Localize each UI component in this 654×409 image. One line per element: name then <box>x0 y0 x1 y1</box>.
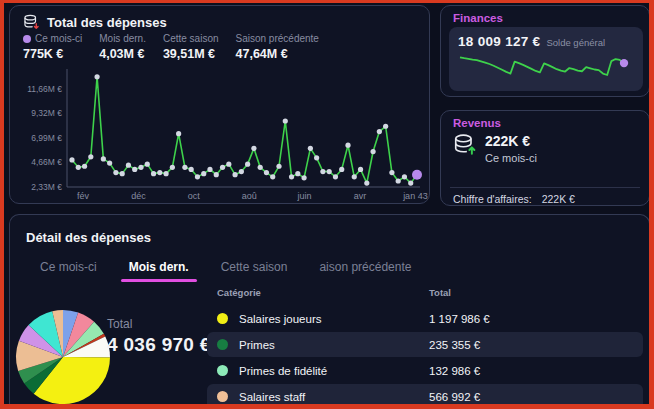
svg-text:avr: avr <box>354 191 367 201</box>
finances-card[interactable]: Finances 18 009 127 € Solde général <box>440 5 650 97</box>
expense-stat: Saison précédente47,64M € <box>236 33 319 61</box>
svg-text:oct: oct <box>188 191 201 201</box>
stat-value: 47,64M € <box>236 47 319 61</box>
table-body: Salaires joueurs1 197 986 €Primes235 355… <box>207 306 643 409</box>
col-total: Total <box>429 287 643 298</box>
table-row[interactable]: Salaires joueurs1 197 986 € <box>207 306 643 331</box>
expense-stat: Mois dern.4,03M € <box>99 33 146 61</box>
category-dot <box>217 365 228 376</box>
category-dot <box>217 391 228 402</box>
divider <box>450 187 640 188</box>
revenue-period: Ce mois-ci <box>485 152 537 164</box>
stat-label: Saison précédente <box>236 33 319 44</box>
category-dot <box>217 339 228 350</box>
stat-value: 39,51M € <box>163 47 219 61</box>
category-name: Primes <box>239 339 275 351</box>
finances-panel: 18 009 127 € Solde général <box>449 27 643 91</box>
period-tabs: Ce mois-ciMois dern.Cette saisonaison pr… <box>28 255 423 282</box>
category-total: 1 197 986 € <box>429 313 643 325</box>
expense-stat: Cette saison39,51M € <box>163 33 219 61</box>
coins-arrow-down-icon <box>23 14 40 31</box>
coins-arrow-up-icon <box>453 133 477 157</box>
category-total: 566 992 € <box>429 391 643 403</box>
stat-dot <box>23 35 31 43</box>
category-name: Salaires joueurs <box>239 313 321 325</box>
svg-text:9,32M €: 9,32M € <box>31 108 62 118</box>
tab-aison-pr-c-dente[interactable]: aison précédente <box>307 255 423 282</box>
balance-label: Solde général <box>546 37 605 48</box>
category-name: Primes de fidélité <box>239 365 327 377</box>
stat-label: Ce mois-ci <box>35 33 82 44</box>
finances-title: Finances <box>453 12 503 24</box>
revenue-amount: 222K € <box>485 133 537 149</box>
category-total: 235 355 € <box>429 339 643 351</box>
svg-text:aoû: aoû <box>242 191 257 201</box>
expenses-header: Total des dépenses <box>23 14 167 31</box>
pie-total-label: Total <box>107 317 211 331</box>
balance-value: 18 009 127 € <box>458 34 540 49</box>
col-category: Catégorie <box>217 287 261 298</box>
tab-cette-saison[interactable]: Cette saison <box>209 255 300 282</box>
expenses-line-chart[interactable]: 11,66M €9,32M €6,99M €4,66M €2,33M €févd… <box>12 61 428 203</box>
tab-ce-mois-ci[interactable]: Ce mois-ci <box>28 255 109 282</box>
table-header: Catégorie Total <box>207 287 643 306</box>
svg-text:fév: fév <box>77 191 90 201</box>
svg-text:déc: déc <box>131 191 146 201</box>
expense-detail-card: Détail des dépenses Ce mois-ciMois dern.… <box>9 214 650 409</box>
revenue-card[interactable]: Revenus 222K € Ce mois-ci Chiffre d'affa… <box>440 110 650 206</box>
table-row[interactable]: Primes235 355 € <box>207 332 643 357</box>
stat-value: 775K € <box>23 47 82 61</box>
revenue-title: Revenus <box>453 117 501 129</box>
pie-total: Total 4 036 970 € <box>107 317 211 356</box>
turnover-label: Chiffre d'affaires: <box>453 193 532 205</box>
expenses-card: Total des dépenses Ce mois-ci775K €Mois … <box>9 5 430 204</box>
balance-sparkline <box>456 53 637 87</box>
turnover-value: 222K € <box>542 193 575 205</box>
svg-text:juin: juin <box>297 191 312 201</box>
svg-text:6,99M €: 6,99M € <box>31 133 62 143</box>
tab-mois-dern-[interactable]: Mois dern. <box>117 255 201 282</box>
svg-text:11,66M €: 11,66M € <box>27 84 62 94</box>
turnover-row: Chiffre d'affaires: 222K € <box>453 193 575 205</box>
category-dot <box>217 313 228 324</box>
category-total: 132 986 € <box>429 365 643 377</box>
revenue-main: 222K € Ce mois-ci <box>453 133 537 164</box>
category-table: Catégorie Total Salaires joueurs1 197 98… <box>207 287 643 409</box>
pie-total-value: 4 036 970 € <box>107 334 211 356</box>
svg-text:jan 43: jan 43 <box>402 191 428 201</box>
svg-text:2,33M €: 2,33M € <box>31 182 62 192</box>
table-row[interactable]: Primes de fidélité132 986 € <box>207 358 643 383</box>
expenses-pie-chart[interactable] <box>12 301 118 409</box>
table-row[interactable]: Salaires staff566 992 € <box>207 384 643 409</box>
expenses-title: Total des dépenses <box>47 15 167 30</box>
detail-title: Détail des dépenses <box>26 230 151 245</box>
stat-value: 4,03M € <box>99 47 146 61</box>
expenses-stats: Ce mois-ci775K €Mois dern.4,03M €Cette s… <box>23 33 319 61</box>
stat-label: Mois dern. <box>99 33 146 44</box>
svg-text:4,66M €: 4,66M € <box>31 157 62 167</box>
category-name: Salaires staff <box>239 391 305 403</box>
stat-label: Cette saison <box>163 33 219 44</box>
expense-stat: Ce mois-ci775K € <box>23 33 82 61</box>
